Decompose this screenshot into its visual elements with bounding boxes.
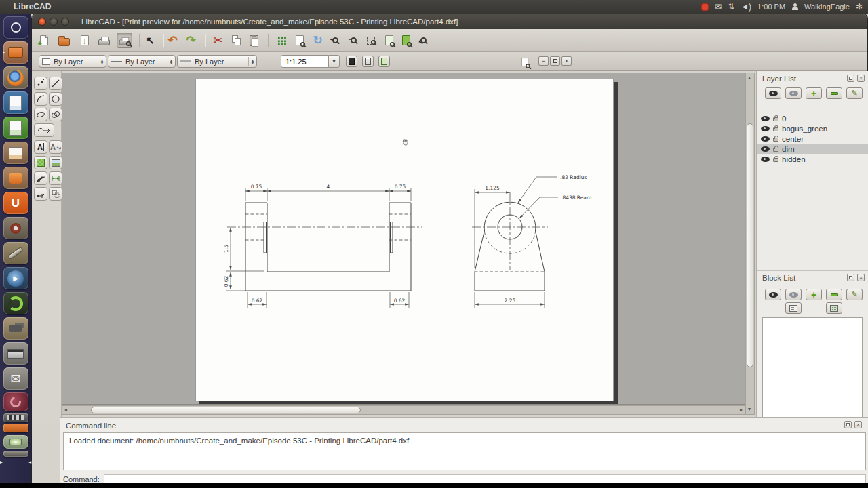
zoom-previous-button[interactable] — [381, 33, 397, 48]
dim-leader-tool[interactable] — [34, 171, 47, 185]
blackwhite-toggle-button[interactable] — [346, 56, 357, 67]
mtext-tool[interactable]: A — [49, 140, 62, 154]
toolkit-app-icon[interactable] — [3, 424, 28, 432]
pointer-tool-button[interactable]: ↖ — [142, 33, 158, 48]
layer-lock-icon[interactable] — [773, 158, 778, 162]
layer-visibility-eye-icon[interactable] — [761, 146, 770, 152]
save-block-button[interactable] — [826, 302, 842, 314]
point-tool[interactable] — [34, 77, 47, 90]
panel-close-button[interactable]: × — [857, 75, 865, 82]
window-minimize-button[interactable] — [50, 18, 58, 26]
system-settings-icon[interactable] — [3, 217, 28, 239]
layer-lock-icon[interactable] — [773, 148, 778, 152]
panel-float-button[interactable] — [847, 75, 854, 82]
layer-lock-icon[interactable] — [773, 117, 778, 121]
vscrollbar-thumb[interactable] — [747, 123, 753, 367]
layer-row[interactable]: 0 — [757, 113, 868, 123]
libreoffice-writer-icon[interactable] — [3, 92, 28, 114]
zoom-page-button[interactable] — [292, 33, 307, 48]
mdi-close-button[interactable]: × — [561, 56, 572, 66]
libreoffice-impress-icon[interactable] — [3, 142, 28, 164]
camera-app-icon[interactable] — [3, 317, 28, 340]
canvas-vscrollbar[interactable]: ▴ ▾ — [745, 73, 755, 415]
scroll-left-arrow[interactable]: ◂ — [64, 407, 67, 413]
block-list-box[interactable] — [762, 317, 863, 424]
media-player-icon[interactable]: ▶ — [3, 267, 28, 289]
hatch-tool[interactable] — [34, 156, 47, 169]
zoom-window-button[interactable] — [363, 33, 378, 48]
clock[interactable]: 1:00 PM — [757, 3, 785, 11]
image-tool[interactable] — [49, 156, 62, 169]
layer-visibility-eye-icon[interactable] — [761, 157, 770, 162]
hide-all-layers-button[interactable] — [785, 87, 802, 99]
grid-toggle-button[interactable] — [273, 33, 289, 48]
line-tool[interactable] — [49, 77, 62, 90]
layer-row[interactable]: bogus_green — [757, 123, 868, 134]
dash-home-icon[interactable] — [3, 16, 28, 39]
layer-row[interactable]: dim — [757, 144, 868, 154]
window-titlebar[interactable]: LibreCAD - [Print preview for /home/numb… — [32, 14, 867, 29]
trash-icon[interactable] — [3, 451, 28, 457]
panel-close-button[interactable]: × — [854, 421, 862, 428]
text-tool[interactable]: A — [34, 140, 47, 154]
spline-tool[interactable] — [49, 108, 62, 121]
polyline-tool[interactable] — [34, 123, 54, 137]
window-maximize-button[interactable] — [61, 18, 69, 26]
hscrollbar-thumb[interactable] — [91, 407, 361, 413]
session-gear-icon[interactable]: ✻ — [856, 3, 863, 11]
layer-visibility-eye-icon[interactable] — [761, 116, 770, 121]
mail-app-icon[interactable]: ✉ — [3, 367, 28, 390]
username[interactable]: WalkingEagle — [804, 3, 850, 11]
copy-button[interactable] — [229, 33, 244, 48]
mail-icon[interactable]: ✉ — [715, 3, 722, 11]
zoom-in-button[interactable]: + — [328, 33, 343, 48]
layer-row[interactable]: center — [757, 134, 868, 144]
layer-lock-icon[interactable] — [773, 138, 778, 142]
print-preview-button[interactable] — [117, 33, 132, 48]
modify-tool[interactable] — [34, 187, 47, 201]
circle-tool[interactable] — [49, 92, 62, 106]
green-ring-app-icon[interactable] — [3, 292, 28, 314]
scroll-down-arrow[interactable]: ▾ — [748, 407, 751, 412]
canvas-hscrollbar[interactable]: ◂ ▸ — [62, 405, 745, 415]
libreoffice-calc-icon[interactable] — [3, 117, 28, 139]
print-scale-combo[interactable] — [281, 55, 328, 68]
layer-lock-icon[interactable] — [773, 127, 778, 131]
swirl-app-icon[interactable] — [3, 392, 28, 411]
print-preview-canvas[interactable]: 0.75 4 0.75 0.62 0.62 1.5 0.62 1.125 2.2… — [62, 73, 745, 405]
menubar-app-name[interactable]: LibreCAD — [14, 2, 51, 12]
redo-button[interactable]: ↷ — [183, 33, 199, 48]
files-icon[interactable]: ▸ — [3, 41, 28, 64]
pen-linetype-select[interactable]: By Layer ▴▾ — [108, 55, 176, 68]
zoom-out-button[interactable]: − — [346, 33, 361, 48]
command-log[interactable]: Loaded document: /home/numbnuts/Create_a… — [63, 432, 866, 470]
arc-tool[interactable] — [34, 92, 47, 106]
zoom-pan-button[interactable]: ↖ — [416, 33, 431, 48]
ubuntu-one-icon[interactable]: U — [3, 192, 28, 214]
hide-all-blocks-button[interactable] — [785, 289, 802, 300]
fit-to-page-button[interactable] — [362, 56, 374, 67]
show-all-blocks-button[interactable] — [765, 289, 781, 300]
print-scale-dropdown-button[interactable]: ▾ — [328, 55, 340, 68]
preview-zoom-icon[interactable] — [517, 54, 532, 70]
add-block-button[interactable]: + — [806, 289, 822, 300]
open-file-button[interactable] — [56, 33, 72, 48]
scroll-up-arrow[interactable]: ▴ — [748, 75, 751, 81]
scroll-right-arrow[interactable]: ▸ — [740, 407, 743, 413]
mdi-minimize-button[interactable]: − — [538, 56, 549, 66]
pen-tool-app-icon[interactable] — [3, 242, 28, 264]
panel-close-button[interactable]: × — [857, 274, 865, 281]
window-close-button[interactable] — [38, 18, 46, 26]
panel-float-button[interactable] — [847, 274, 854, 281]
block-tool[interactable] — [49, 187, 62, 201]
save-file-button[interactable]: ↓ — [77, 33, 92, 48]
paste-button[interactable] — [246, 33, 262, 48]
layer-visibility-eye-icon[interactable] — [761, 136, 770, 142]
dimension-tool[interactable] — [49, 171, 62, 185]
remove-layer-button[interactable] — [826, 87, 842, 99]
layer-visibility-eye-icon[interactable] — [761, 126, 770, 131]
librecad-active-icon[interactable] — [3, 435, 28, 449]
pen-width-select[interactable]: By Layer ▴▾ — [177, 55, 257, 68]
pen-color-select[interactable]: By Layer ▴▾ — [39, 55, 106, 68]
zoom-auto-button[interactable] — [398, 33, 414, 48]
